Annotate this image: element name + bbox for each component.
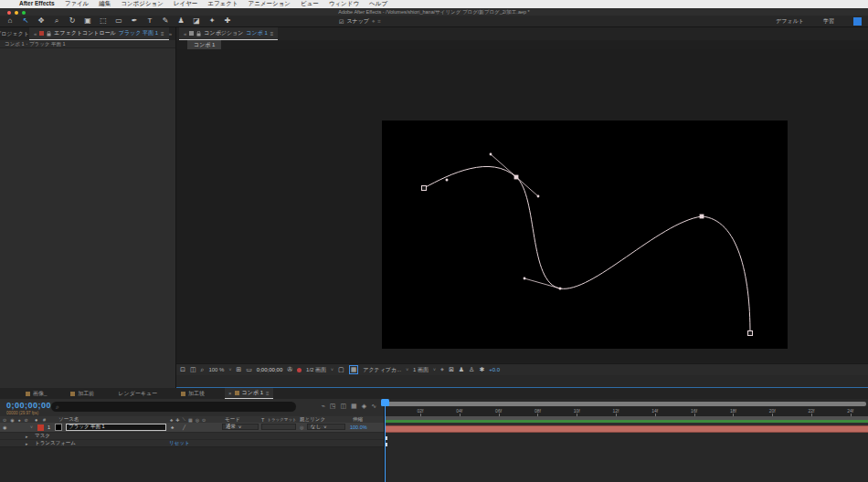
region-of-interest-icon[interactable]: ▢	[338, 366, 344, 373]
lock-icon[interactable]	[47, 31, 51, 37]
panel-menu-icon[interactable]: ≡	[161, 31, 164, 37]
menu-item-2[interactable]: 編集	[99, 0, 111, 8]
timeline-tab-1[interactable]: 画像_	[22, 388, 50, 399]
parent-link-column[interactable]: 親とリンク	[300, 416, 325, 423]
menu-item-1[interactable]: ファイル	[65, 0, 90, 8]
snap-checkbox-icon[interactable]: ☑	[339, 18, 344, 25]
layer-label-color[interactable]	[37, 423, 44, 432]
snap-toggle[interactable]: ☑ スナップ ⌖ ⌗	[339, 17, 381, 26]
transform-group-label[interactable]: トランスフォーム	[35, 440, 76, 446]
timeline-button-icon[interactable]: ♟	[459, 366, 464, 373]
hand-tool-icon[interactable]: ✥	[37, 16, 46, 26]
workspace-default[interactable]: デフォルト	[776, 17, 804, 26]
camera-tool-icon[interactable]: ▣	[83, 16, 92, 26]
playhead-line[interactable]	[385, 406, 386, 482]
mode-column[interactable]: モード	[225, 416, 240, 423]
transform-expand-icon[interactable]: ▸	[26, 440, 28, 446]
tab-project[interactable]: プロジェクト	[0, 30, 29, 38]
snap-option-icon[interactable]: ⌖	[372, 18, 375, 25]
camera-caret-icon[interactable]: ˅	[406, 367, 408, 372]
timeline-tab-3[interactable]: レンダーキュー	[114, 388, 161, 399]
zoom-level-dropdown[interactable]: 100 %	[208, 367, 224, 372]
resolution-dropdown[interactable]: 1/2 画面	[306, 366, 326, 374]
transform-reset-link[interactable]: リセット	[169, 440, 190, 446]
time-ruler[interactable]: 02f04f06f08f10f12f14f16f18f20f22f24f	[385, 406, 868, 416]
menu-item-0[interactable]: After Effects	[19, 0, 55, 8]
collapse-chevrons-icon[interactable]: «	[34, 31, 37, 37]
layer-duration-bar[interactable]	[385, 425, 868, 433]
layer-mode-dropdown[interactable]: 通常˅	[222, 424, 259, 430]
orbit-tool-icon[interactable]: ↻	[68, 16, 77, 26]
mask-visibility-icon[interactable]: ▭	[246, 366, 252, 373]
puppet-pin-tool-icon[interactable]: ✚	[223, 16, 232, 26]
zoom-caret-icon[interactable]: ˅	[228, 367, 231, 372]
home-tool-icon[interactable]: ⌂	[5, 16, 15, 26]
panel-menu-icon[interactable]: ≡	[270, 31, 274, 37]
track-matte-column[interactable]: トラックマット	[267, 417, 296, 422]
layer-quality-icon[interactable]: ♣	[171, 423, 174, 432]
type-tool-icon[interactable]: T	[145, 16, 154, 26]
mask-shape-tool-icon[interactable]: ▭	[114, 16, 123, 26]
menu-item-7[interactable]: ビュー	[301, 0, 319, 8]
playhead-handle[interactable]	[381, 399, 389, 406]
reset-exposure-icon[interactable]: ✱	[479, 366, 484, 373]
transparency-grid-icon[interactable]: ▦	[349, 365, 359, 374]
zoom-tool-icon[interactable]: ⌕	[52, 16, 61, 26]
timeline-tab-4[interactable]: 加工後	[177, 388, 208, 399]
collapse-chevrons-icon[interactable]: «	[184, 31, 186, 37]
parent-pickwhip-icon[interactable]: ◎	[300, 423, 303, 432]
clone-stamp-tool-icon[interactable]: ♟	[176, 16, 185, 26]
layer-parent-dropdown[interactable]: なし˅	[307, 424, 345, 430]
menu-item-9[interactable]: ヘルプ	[369, 0, 387, 8]
menu-item-6[interactable]: アニメーション	[249, 0, 291, 8]
camera-dropdown[interactable]: アクティブカ...	[363, 366, 401, 374]
fast-previews-icon[interactable]: ⊠	[449, 366, 454, 373]
view-layout-caret-icon[interactable]: ˅	[433, 367, 436, 372]
tab-effect-controls[interactable]: « エフェクトコントロール ブラック 平面 1 ≡	[29, 27, 169, 40]
layer-name-field[interactable]: ブラック 平面 1	[66, 424, 166, 432]
tab-menu-icon[interactable]: ≡	[266, 391, 270, 396]
pixel-aspect-icon[interactable]: ⌖	[440, 366, 444, 373]
show-channel-icon[interactable]	[297, 368, 302, 372]
composition-viewer[interactable]	[176, 49, 868, 362]
graph-editor-icon[interactable]: ∿	[371, 403, 376, 410]
mask-expand-icon[interactable]: ▸	[26, 433, 28, 439]
magnification-icon[interactable]: ◫	[190, 366, 196, 373]
roto-brush-tool-icon[interactable]: ✦	[207, 16, 217, 26]
exposure-value[interactable]: +0.0	[489, 367, 500, 372]
eraser-tool-icon[interactable]: ◪	[192, 16, 201, 26]
layer-eye-icon[interactable]: ◉	[3, 423, 6, 432]
selection-tool-icon[interactable]: ↖	[21, 16, 30, 26]
transform-group-row[interactable]: ▸ トランスフォーム リセット	[0, 439, 384, 446]
lock-icon[interactable]	[196, 31, 201, 37]
draft-3d-icon[interactable]: ◳	[330, 403, 336, 410]
flowchart-icon[interactable]: ♙	[469, 366, 474, 373]
menu-item-4[interactable]: レイヤー	[174, 0, 197, 8]
current-time-display[interactable]: 0;00;00;00	[6, 401, 51, 410]
layer-track-matte-dropdown[interactable]	[261, 424, 296, 430]
stretch-column[interactable]: 伸縮	[353, 416, 363, 423]
menu-item-3[interactable]: コンポジション	[121, 0, 164, 8]
workspace-search-icon[interactable]	[853, 17, 862, 26]
menu-item-8[interactable]: ウィンドウ	[329, 0, 359, 8]
layer-row-1[interactable]: ◉ ˅ 1 ブラック 平面 1 ♣ ╱ 通常˅ ◎ なし˅ 100.0%	[0, 423, 384, 432]
viewer-tab-comp1[interactable]: コンポ 1	[187, 40, 221, 49]
mask-group-row[interactable]: ▸ マスク	[0, 432, 384, 439]
hide-shy-icon[interactable]: ◫	[340, 403, 346, 410]
rulers-icon[interactable]: ⊞	[236, 366, 241, 373]
snap-option2-icon[interactable]: ⌗	[377, 18, 380, 25]
layer-effects-icon[interactable]: ╱	[183, 423, 185, 432]
menu-item-5[interactable]: エフェクト	[207, 0, 238, 8]
timeline-tab-5[interactable]: ×コンポ 1≡	[225, 388, 272, 399]
guides-icon[interactable]: ⌕	[201, 366, 205, 373]
brush-tool-icon[interactable]: ✎	[161, 16, 170, 26]
tab-composition[interactable]: « コンポジション コンポ 1 ≡	[179, 27, 278, 40]
workspace-learn[interactable]: 学習	[823, 17, 834, 26]
mask-group-label[interactable]: マスク	[35, 433, 50, 439]
frame-blend-icon[interactable]: ▦	[351, 403, 357, 410]
layer-stretch-value[interactable]: 100.0%	[350, 423, 367, 432]
comp-timecode[interactable]: 0;00;00;00	[257, 367, 282, 372]
pen-tool-icon[interactable]: ✒	[130, 16, 139, 26]
source-name-column[interactable]: ソース名	[58, 416, 79, 423]
composition-canvas[interactable]	[382, 120, 788, 349]
